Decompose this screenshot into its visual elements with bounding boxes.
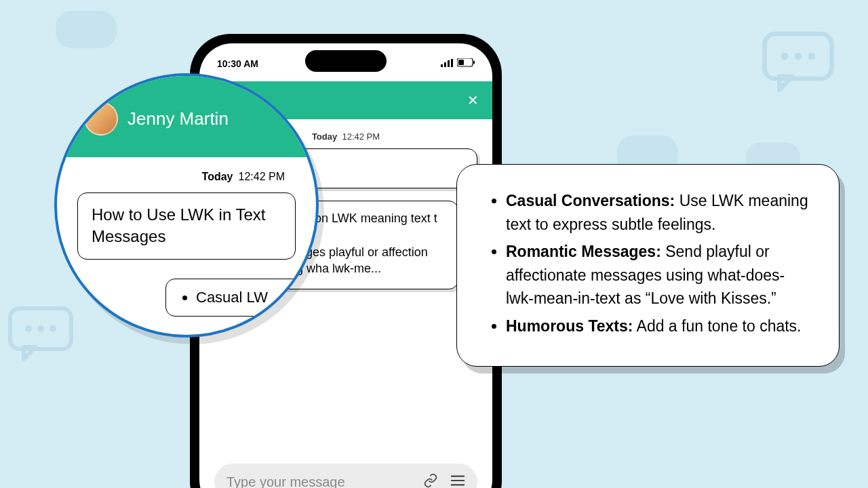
message-input-placeholder: Type your message bbox=[226, 474, 423, 489]
svg-rect-17 bbox=[473, 61, 475, 64]
chat-contact-name-full: Jenny Martin bbox=[127, 108, 229, 129]
info-card: Casual Conversations: Use LWK meaning te… bbox=[456, 164, 840, 367]
message-input-bar[interactable]: Type your message bbox=[214, 464, 477, 488]
svg-rect-11 bbox=[441, 64, 443, 67]
svg-point-3 bbox=[50, 325, 56, 332]
status-time: 10:30 AM bbox=[217, 58, 258, 69]
svg-point-6 bbox=[795, 53, 802, 60]
battery-icon bbox=[457, 58, 475, 69]
signal-icon bbox=[441, 58, 453, 69]
svg-point-2 bbox=[37, 325, 44, 332]
svg-point-5 bbox=[781, 53, 789, 60]
bg-chat-bubble-icon bbox=[761, 30, 835, 98]
list-item: Humorous Texts: Add a fun tone to chats. bbox=[506, 314, 812, 338]
chat-timestamp-zoom: Today12:42 PM bbox=[77, 171, 296, 183]
list-item: Romantic Messages: Send playful or affec… bbox=[506, 240, 812, 310]
svg-rect-13 bbox=[448, 60, 450, 67]
svg-rect-12 bbox=[444, 62, 446, 67]
svg-point-7 bbox=[808, 53, 815, 60]
attachment-icon[interactable] bbox=[423, 473, 438, 489]
close-icon[interactable]: ✕ bbox=[467, 92, 479, 108]
bg-chat-bubble-icon bbox=[7, 305, 75, 366]
avatar bbox=[84, 102, 118, 136]
list-item: Casual Conversations: Use LWK meaning te… bbox=[506, 189, 812, 236]
dynamic-island bbox=[305, 50, 387, 72]
magnifier-zoom: Jenny Martin Today12:42 PM How to Use LW… bbox=[54, 73, 319, 338]
bg-chat-bubble-icon bbox=[56, 11, 117, 58]
menu-icon[interactable] bbox=[450, 474, 465, 489]
svg-point-1 bbox=[25, 325, 32, 332]
svg-rect-8 bbox=[56, 11, 117, 48]
svg-rect-16 bbox=[458, 60, 464, 65]
svg-rect-14 bbox=[451, 59, 453, 67]
message-bubble-zoom: How to Use LWK in Text Messages bbox=[77, 192, 296, 260]
